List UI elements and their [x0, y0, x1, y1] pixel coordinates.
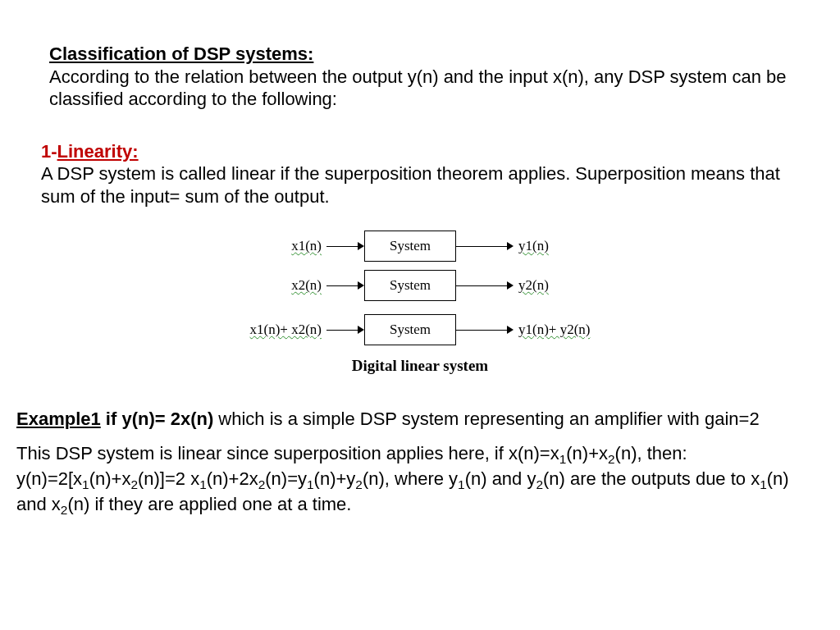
input-label: x1(n)+ x2(n)	[250, 322, 322, 337]
arrow-icon	[456, 240, 514, 252]
output-label: y1(n)+ y2(n)	[518, 322, 590, 337]
classification-paragraph: Classification of DSP systems: According…	[49, 43, 791, 111]
linearity-paragraph: 1-Linearity: A DSP system is called line…	[41, 140, 791, 208]
diagram-caption: Digital linear system	[352, 357, 488, 375]
example-condition: if y(n)= 2x(n)	[101, 409, 214, 429]
example-tail: which is a simple DSP system representin…	[213, 409, 759, 429]
arrow-icon	[456, 280, 514, 291]
input-label: x2(n)	[291, 277, 322, 293]
example-block: Example1 if y(n)= 2x(n) which is a simpl…	[16, 408, 824, 519]
diagram-row: x1(n)+ x2(n) System y1(n)+ y2(n)	[215, 314, 625, 345]
arrow-icon	[326, 280, 364, 291]
system-box: System	[364, 270, 456, 301]
linearity-number: 1-	[41, 141, 57, 162]
diagram-row: x2(n) System y2(n)	[215, 270, 625, 301]
example-label: Example1	[16, 409, 101, 429]
linearity-diagram: x1(n) System y1(n) x2(n) System y2(n) x1…	[49, 231, 791, 375]
arrow-icon	[326, 240, 364, 252]
linearity-heading: 1-Linearity:	[41, 141, 139, 162]
output-label: y2(n)	[518, 277, 549, 293]
page-title: Classification of DSP systems:	[49, 43, 313, 64]
diagram-row: x1(n) System y1(n)	[215, 231, 625, 262]
arrow-icon	[326, 324, 364, 336]
example-body: This DSP system is linear since superpos…	[16, 442, 824, 519]
arrow-icon	[456, 324, 514, 336]
system-box: System	[364, 314, 456, 345]
system-box: System	[364, 231, 456, 262]
linearity-name: Linearity:	[57, 141, 139, 162]
intro-text: According to the relation between the ou…	[49, 66, 786, 110]
linearity-desc: A DSP system is called linear if the sup…	[41, 163, 780, 207]
input-label: x1(n)	[291, 238, 322, 253]
output-label: y1(n)	[518, 238, 549, 253]
